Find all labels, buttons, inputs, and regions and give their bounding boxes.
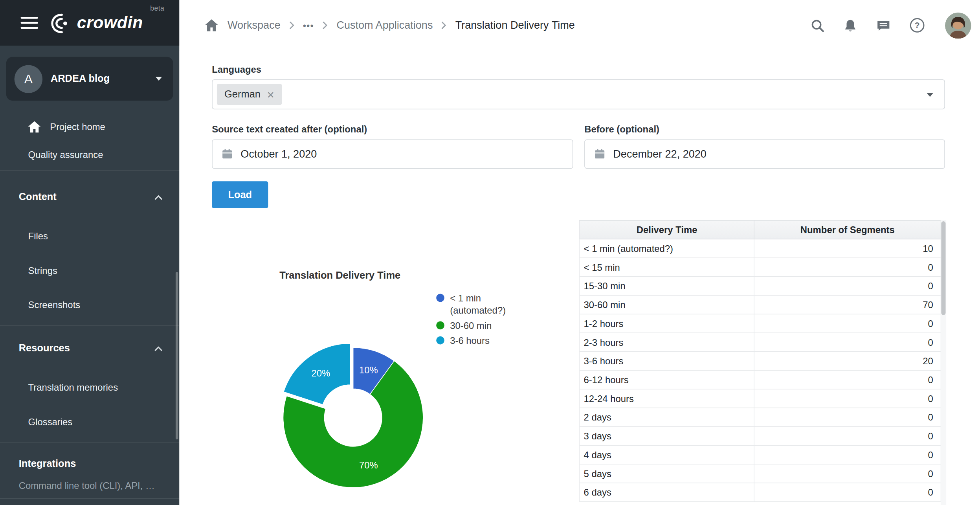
table-row: 3 days0 xyxy=(580,427,941,446)
delivery-time-cell: 3 days xyxy=(580,427,754,446)
project-selector[interactable]: A ARDEA blog xyxy=(6,57,173,101)
breadcrumb-item-workspace[interactable]: Workspace xyxy=(228,19,281,32)
menu-icon[interactable] xyxy=(20,17,38,29)
legend-dot xyxy=(436,336,444,345)
legend-item[interactable]: 3-6 hours xyxy=(436,334,516,347)
segments-cell: 0 xyxy=(754,277,941,296)
legend-dot xyxy=(436,294,444,302)
segments-cell: 0 xyxy=(754,370,941,389)
delivery-time-cell: 30-60 min xyxy=(580,296,754,314)
segments-cell: 0 xyxy=(754,333,941,352)
sidebar-section-content[interactable]: Content xyxy=(0,182,179,212)
sidebar-scrollbar-thumb[interactable] xyxy=(176,272,178,439)
legend-label: 3-6 hours xyxy=(450,334,490,347)
search-icon[interactable] xyxy=(810,18,825,33)
delivery-time-cell: 15-30 min xyxy=(580,277,754,296)
table-row: 6 days0 xyxy=(580,483,941,502)
breadcrumb-ellipsis[interactable]: ••• xyxy=(303,20,314,30)
table-row: 3-6 hours20 xyxy=(580,352,941,371)
sidebar-item-label: Quality assurance xyxy=(28,149,103,160)
sidebar-item-glossaries[interactable]: Glossaries xyxy=(0,408,179,436)
segments-cell: 70 xyxy=(754,296,941,314)
languages-label: Languages xyxy=(212,64,261,74)
breadcrumb-item-custom-applications[interactable]: Custom Applications xyxy=(336,19,433,32)
delivery-time-cell: 6-12 hours xyxy=(580,370,754,389)
legend-item[interactable]: < 1 min (automated?) xyxy=(436,292,516,317)
notifications-icon[interactable] xyxy=(843,18,858,33)
chevron-up-icon xyxy=(154,343,163,354)
sidebar-item-label: Files xyxy=(28,231,48,241)
delivery-time-cell: < 15 min xyxy=(580,258,754,277)
svg-text:?: ? xyxy=(915,21,920,30)
sidebar-section-items: Translation memoriesGlossaries xyxy=(0,363,179,436)
language-chip: German ✕ xyxy=(217,84,282,105)
breadcrumb: Workspace•••Custom ApplicationsTranslati… xyxy=(204,19,575,32)
sidebar-nav: Project homeQuality assuranceContentFile… xyxy=(0,101,179,499)
sidebar-item-files[interactable]: Files xyxy=(0,222,179,250)
table-row: 5 days0 xyxy=(580,464,941,483)
crowdin-logo-icon xyxy=(50,12,72,33)
sidebar-item-label: Project home xyxy=(50,121,105,132)
sidebar-section-resources[interactable]: Resources xyxy=(0,333,179,363)
sidebar-divider xyxy=(0,325,179,326)
table-scrollbar[interactable] xyxy=(941,220,946,505)
delivery-time-cell: 6 days xyxy=(580,483,754,502)
languages-select[interactable]: German ✕ xyxy=(212,79,945,109)
remove-language-icon[interactable]: ✕ xyxy=(267,90,275,99)
sidebar-item-screenshots[interactable]: Screenshots xyxy=(0,291,179,319)
segments-cell: 0 xyxy=(754,483,941,502)
sidebar-divider xyxy=(0,442,179,443)
table-row: < 15 min0 xyxy=(580,258,941,277)
topbar: Workspace•••Custom ApplicationsTranslati… xyxy=(179,0,980,51)
segments-cell: 0 xyxy=(754,314,941,333)
main-content: Languages German ✕ Source text created a… xyxy=(179,51,980,505)
table-row: 2-3 hours0 xyxy=(580,333,941,352)
delivery-time-cell: 4 days xyxy=(580,445,754,464)
calendar-icon xyxy=(222,149,233,160)
messages-icon[interactable] xyxy=(875,18,891,33)
table-row: 30-60 min70 xyxy=(580,296,941,314)
home-breadcrumb-icon[interactable] xyxy=(204,19,219,32)
chevron-up-icon xyxy=(154,191,163,203)
user-avatar[interactable] xyxy=(945,12,971,39)
segments-cell: 20 xyxy=(754,352,941,371)
table-scrollbar-thumb[interactable] xyxy=(941,221,945,315)
table-row: 4 days0 xyxy=(580,445,941,464)
breadcrumb-current: Translation Delivery Time xyxy=(455,19,575,32)
sidebar-item-label: Translation memories xyxy=(28,382,118,393)
sidebar-item-quality-assurance[interactable]: Quality assurance xyxy=(0,141,179,169)
sidebar-item-translation-memories[interactable]: Translation memories xyxy=(0,373,179,402)
app: crowdin beta A ARDEA blog Project homeQu… xyxy=(0,0,980,505)
sidebar-divider xyxy=(0,498,179,499)
after-date-input[interactable]: October 1, 2020 xyxy=(212,140,573,169)
segments-cell: 0 xyxy=(754,258,941,277)
legend-item[interactable]: 30-60 min xyxy=(436,320,516,332)
sidebar-item-strings[interactable]: Strings xyxy=(0,256,179,285)
table-header-delivery-time[interactable]: Delivery Time xyxy=(580,220,754,239)
help-icon[interactable]: ? xyxy=(909,18,925,33)
beta-badge: beta xyxy=(150,4,164,12)
language-chip-label: German xyxy=(224,89,261,100)
table-row: 6-12 hours0 xyxy=(580,370,941,389)
table-row: 15-30 min0 xyxy=(580,277,941,296)
delivery-time-cell: 12-24 hours xyxy=(580,389,754,408)
load-button[interactable]: Load xyxy=(212,181,268,208)
stage: crowdin beta A ARDEA blog Project homeQu… xyxy=(0,0,980,505)
sidebar-item-project-home[interactable]: Project home xyxy=(0,112,179,141)
delivery-time-cell: < 1 min (automated?) xyxy=(580,239,754,258)
crowdin-logo[interactable]: crowdin xyxy=(50,12,143,33)
segments-cell: 0 xyxy=(754,445,941,464)
calendar-icon xyxy=(595,149,605,160)
chevron-down-icon xyxy=(156,77,162,81)
delivery-time-cell: 1-2 hours xyxy=(580,314,754,333)
sidebar-item-label: Strings xyxy=(28,265,57,275)
integrations-description: Command line tool (CLI), API, … xyxy=(0,479,179,492)
sidebar-section-integrations[interactable]: Integrations xyxy=(0,450,179,477)
table-header-number-of-segments[interactable]: Number of Segments xyxy=(754,220,941,239)
segments-cell: 10 xyxy=(754,239,941,258)
before-date-input[interactable]: December 22, 2020 xyxy=(584,140,945,169)
delivery-time-cell: 2 days xyxy=(580,408,754,427)
sidebar-section-label: Integrations xyxy=(19,458,76,470)
sidebar-item-label: Glossaries xyxy=(28,416,73,427)
topbar-actions: ? xyxy=(810,12,971,39)
